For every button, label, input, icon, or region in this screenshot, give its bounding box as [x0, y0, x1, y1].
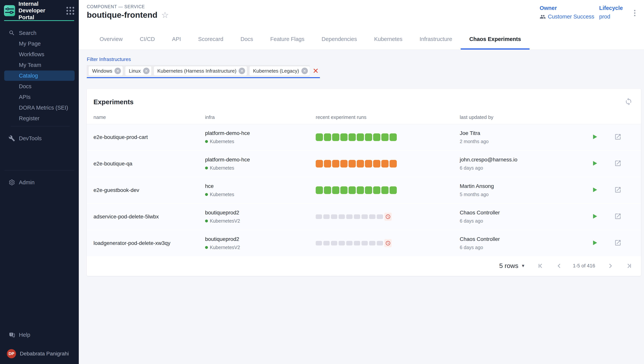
run-status-square[interactable]: [346, 241, 353, 246]
run-status-square[interactable]: [357, 186, 364, 194]
run-status-square[interactable]: [354, 214, 360, 219]
owner-link[interactable]: Customer Success: [540, 14, 594, 20]
run-status-square[interactable]: [357, 160, 364, 168]
run-status-square[interactable]: [316, 214, 322, 219]
rows-per-page-select[interactable]: 5 rows ▼: [499, 262, 525, 270]
run-status-square[interactable]: [365, 160, 372, 168]
sidebar-item-workflows[interactable]: Workflows: [4, 49, 75, 60]
run-status-square[interactable]: [377, 241, 383, 246]
tab-chaos-experiments[interactable]: Chaos Experiments: [461, 28, 530, 50]
remove-chip-icon[interactable]: ✕: [143, 68, 150, 74]
run-status-square[interactable]: [316, 241, 322, 246]
run-status-square[interactable]: [332, 160, 339, 168]
run-status-square[interactable]: [349, 134, 356, 141]
run-status-square[interactable]: [369, 241, 375, 246]
run-status-square[interactable]: [316, 186, 323, 194]
tab-docs[interactable]: Docs: [232, 28, 262, 50]
run-status-square[interactable]: [390, 134, 397, 141]
run-status-square[interactable]: [324, 186, 331, 194]
run-status-square[interactable]: [324, 134, 331, 141]
clear-filters-icon[interactable]: ✕: [313, 67, 319, 74]
run-status-square[interactable]: [357, 134, 364, 141]
run-status-square[interactable]: [377, 214, 383, 219]
tab-ci-cd[interactable]: CI/CD: [131, 28, 163, 50]
tab-kubernetes[interactable]: Kubernetes: [366, 28, 411, 50]
filter-chips-box[interactable]: Windows✕Linux✕Kubernetes (Harness Infras…: [87, 65, 309, 77]
tab-dependencies[interactable]: Dependencies: [313, 28, 366, 50]
sidebar-item-my-page[interactable]: My Page: [4, 38, 75, 49]
run-experiment-button[interactable]: [591, 239, 614, 247]
open-in-new-icon[interactable]: [614, 160, 635, 168]
run-status-square[interactable]: [373, 160, 380, 168]
sidebar-item-admin[interactable]: Admin: [4, 177, 75, 188]
last-page-button[interactable]: [626, 262, 632, 269]
sidebar-item-my-team[interactable]: My Team: [4, 60, 75, 70]
run-status-square[interactable]: [390, 160, 397, 168]
run-status-square[interactable]: [340, 160, 348, 168]
run-experiment-button[interactable]: [591, 134, 614, 141]
next-page-button[interactable]: [607, 262, 614, 269]
run-status-square[interactable]: [316, 160, 323, 168]
tab-feature-flags[interactable]: Feature Flags: [262, 28, 313, 50]
remove-chip-icon[interactable]: ✕: [239, 68, 245, 74]
run-status-square[interactable]: [323, 214, 330, 219]
favorite-star-icon[interactable]: ☆: [161, 11, 169, 19]
run-status-square[interactable]: [323, 241, 330, 246]
infrastructure-filter-input[interactable]: Windows✕Linux✕Kubernetes (Harness Infras…: [87, 65, 320, 78]
run-status-square[interactable]: [354, 241, 360, 246]
run-status-square[interactable]: [373, 134, 380, 141]
app-switcher-icon[interactable]: [66, 7, 74, 15]
run-status-square[interactable]: [331, 214, 337, 219]
sidebar-item-apis[interactable]: APIs: [4, 92, 75, 102]
run-status-square[interactable]: [362, 214, 368, 219]
run-status-square[interactable]: [346, 214, 353, 219]
run-timeout-clock-icon[interactable]: [384, 213, 392, 221]
run-status-square[interactable]: [381, 134, 389, 141]
sidebar-item-dora-metrics-sei-[interactable]: DORA Metrics (SEI): [4, 102, 75, 113]
open-in-new-icon[interactable]: [614, 213, 635, 221]
more-options-icon[interactable]: [633, 9, 636, 17]
open-in-new-icon[interactable]: [614, 239, 635, 247]
run-status-square[interactable]: [332, 186, 339, 194]
remove-chip-icon[interactable]: ✕: [114, 68, 121, 74]
refresh-icon[interactable]: [624, 98, 632, 106]
run-status-square[interactable]: [381, 186, 389, 194]
run-status-square[interactable]: [390, 186, 397, 194]
sidebar-item-devtools[interactable]: DevTools: [4, 133, 75, 144]
run-status-square[interactable]: [365, 186, 372, 194]
run-status-square[interactable]: [373, 186, 380, 194]
run-experiment-button[interactable]: [591, 160, 614, 168]
tab-scorecard[interactable]: Scorecard: [190, 28, 232, 50]
first-page-button[interactable]: [537, 262, 544, 269]
sidebar-item-docs[interactable]: Docs: [4, 81, 75, 92]
remove-chip-icon[interactable]: ✕: [301, 68, 308, 74]
run-status-square[interactable]: [362, 241, 368, 246]
run-status-square[interactable]: [349, 160, 356, 168]
sidebar-item-register[interactable]: Register: [4, 113, 75, 124]
tab-overview[interactable]: Overview: [91, 28, 131, 50]
open-in-new-icon[interactable]: [614, 133, 635, 141]
open-in-new-icon[interactable]: [614, 186, 635, 194]
run-status-square[interactable]: [324, 160, 331, 168]
run-experiment-button[interactable]: [591, 186, 614, 194]
run-status-square[interactable]: [331, 241, 337, 246]
run-status-square[interactable]: [339, 241, 345, 246]
sidebar-item-catalog[interactable]: Catalog: [4, 70, 75, 81]
run-status-square[interactable]: [339, 214, 345, 219]
filter-infrastructures-link[interactable]: Filter Infrastructures: [87, 56, 131, 62]
run-status-square[interactable]: [365, 134, 372, 141]
run-status-square[interactable]: [349, 186, 356, 194]
run-status-square[interactable]: [340, 134, 348, 141]
sidebar-item-help[interactable]: ? Help: [4, 330, 75, 340]
run-status-square[interactable]: [381, 160, 389, 168]
tab-api[interactable]: API: [163, 28, 190, 50]
user-menu[interactable]: DP Debabrata Panigrahi: [4, 349, 75, 358]
sidebar-item-search[interactable]: Search: [4, 28, 75, 38]
run-status-square[interactable]: [369, 214, 375, 219]
run-experiment-button[interactable]: [591, 213, 614, 220]
run-status-square[interactable]: [316, 134, 323, 141]
prev-page-button[interactable]: [556, 262, 562, 269]
run-status-square[interactable]: [332, 134, 339, 141]
tab-infrastructure[interactable]: Infrastructure: [411, 28, 461, 50]
run-timeout-clock-icon[interactable]: [384, 239, 392, 247]
